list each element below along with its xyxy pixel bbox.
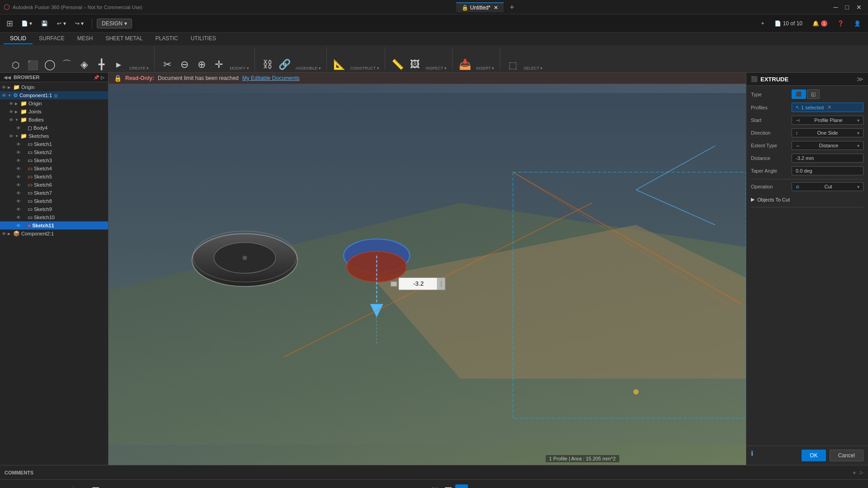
- tool-24-button[interactable]: ◓: [387, 484, 400, 488]
- tab-plastic[interactable]: PLASTIC: [149, 33, 184, 44]
- close-button[interactable]: ✕: [854, 4, 864, 11]
- tool-17-button[interactable]: ⬟: [292, 484, 305, 488]
- tool-13-button[interactable]: ▷: [238, 484, 251, 488]
- design-dropdown[interactable]: DESIGN ▾: [97, 19, 132, 28]
- active-tab[interactable]: 🔒 Untitled* ✕: [456, 2, 503, 12]
- construct-button[interactable]: 📐: [331, 59, 348, 70]
- file-button[interactable]: 📄 ▾: [18, 19, 36, 28]
- tool-16-button[interactable]: ◈: [279, 484, 292, 488]
- insert-button[interactable]: 📥: [457, 59, 473, 70]
- operation-dropdown[interactable]: ⊖ Cut ▾: [792, 182, 863, 191]
- comments-add-button[interactable]: +: [853, 469, 856, 476]
- tool-3-button[interactable]: ◧: [103, 484, 115, 488]
- visibility-icon[interactable]: 👁: [9, 117, 14, 122]
- tree-arrow[interactable]: ▶: [15, 110, 19, 114]
- tool-active-button[interactable]: ⊡: [455, 484, 468, 488]
- browser-back-icon[interactable]: ◀◀: [4, 75, 11, 80]
- tool-6-button[interactable]: ⬢: [143, 484, 156, 488]
- visibility-icon[interactable]: 👁: [16, 166, 21, 171]
- tool-26-button[interactable]: ⊟: [415, 484, 427, 488]
- nav-next-button[interactable]: ▶|: [44, 484, 57, 488]
- new-tab-button[interactable]: +: [507, 3, 517, 11]
- visibility-icon[interactable]: 👁: [16, 215, 21, 220]
- help-button[interactable]: ❓: [834, 19, 848, 28]
- tree-arrow[interactable]: ▶: [8, 232, 12, 236]
- tree-arrow[interactable]: ▶: [8, 85, 12, 89]
- editable-docs-link[interactable]: My Editable Documents: [242, 75, 300, 81]
- nav-first-button[interactable]: ⏮: [4, 484, 16, 488]
- tree-item-joints[interactable]: 👁 ▶ 📁 Joints: [0, 108, 108, 116]
- nav-play-button[interactable]: ▶: [31, 484, 43, 488]
- tree-item-sketch2[interactable]: 👁 ▭ Sketch2: [0, 148, 108, 156]
- modify-button-2[interactable]: ⊖: [176, 59, 193, 70]
- tree-item-origin-child[interactable]: 👁 ▶ 📁 Origin: [0, 99, 108, 108]
- tree-item-sketch10[interactable]: 👁 ▭ Sketch10: [0, 213, 108, 221]
- select-button[interactable]: ⬚: [505, 60, 521, 70]
- tree-item-sketch1[interactable]: 👁 ▭ Sketch1: [0, 140, 108, 148]
- tab-sheet-metal[interactable]: SHEET METAL: [99, 33, 149, 44]
- tree-item-sketch9[interactable]: 👁 ▭ Sketch9: [0, 205, 108, 213]
- move-button[interactable]: ✛: [211, 59, 227, 70]
- nav-last-button[interactable]: ⏭: [58, 484, 71, 488]
- redo-button[interactable]: ↪ ▾: [71, 19, 87, 28]
- tree-item-sketch5[interactable]: 👁 ▭ Sketch5: [0, 173, 108, 181]
- tool-1-button[interactable]: ⬚: [75, 484, 88, 488]
- comments-expand-icon[interactable]: ▷: [860, 470, 863, 475]
- tool-2-button[interactable]: ⬜: [89, 484, 102, 488]
- notifications-button[interactable]: 🔔 1: [809, 19, 831, 28]
- sweep-button[interactable]: ⌒: [59, 59, 75, 70]
- browser-expand-icon[interactable]: ▷: [101, 75, 104, 80]
- tool-27-button[interactable]: ⬛: [428, 484, 441, 488]
- taper-angle-input[interactable]: [792, 166, 863, 175]
- revolve-button[interactable]: ◯: [42, 59, 58, 70]
- extent-type-dropdown[interactable]: ↔ Distance ▾: [792, 141, 863, 150]
- tool-4-button[interactable]: ◫: [116, 484, 129, 488]
- tool-29-button[interactable]: ◧: [469, 484, 481, 488]
- direction-dropdown[interactable]: ↕ One Side ▾: [792, 128, 863, 137]
- tree-item-sketches[interactable]: 👁 ▼ 📁 Sketches: [0, 132, 108, 140]
- tab-solid[interactable]: SOLID: [4, 33, 33, 44]
- tool-10-button[interactable]: ⊟: [198, 484, 210, 488]
- target-icon[interactable]: ◎: [54, 93, 58, 98]
- extrude-expand-button[interactable]: ≫: [857, 75, 863, 83]
- maximize-button[interactable]: □: [843, 4, 852, 11]
- cancel-button[interactable]: Cancel: [830, 450, 863, 461]
- tree-item-bodies[interactable]: 👁 ▼ 📁 Bodies: [0, 116, 108, 124]
- ok-button[interactable]: OK: [802, 450, 826, 461]
- settings-button[interactable]: ⚙: [852, 484, 864, 488]
- modify-button[interactable]: ✂: [159, 59, 175, 70]
- visibility-icon[interactable]: 👁: [2, 85, 6, 90]
- tool-11-button[interactable]: △: [211, 484, 224, 488]
- profiles-clear-button[interactable]: ✕: [827, 104, 831, 110]
- tool-21-button[interactable]: ◐: [347, 484, 359, 488]
- tree-item-origin-root[interactable]: 👁 ▶ 📁 Origin: [0, 83, 108, 91]
- visibility-icon[interactable]: 👁: [16, 150, 21, 155]
- assemble-button-2[interactable]: 🔗: [277, 59, 293, 70]
- tree-arrow[interactable]: ▶: [15, 102, 19, 106]
- tree-item-body4[interactable]: 👁 ◻ Body4: [0, 124, 108, 132]
- new-doc-button[interactable]: +: [758, 19, 768, 28]
- tab-surface[interactable]: SURFACE: [33, 33, 71, 44]
- distance-input[interactable]: [792, 154, 863, 163]
- tree-item-sketch7[interactable]: 👁 ▭ Sketch7: [0, 189, 108, 197]
- visibility-icon[interactable]: 👁: [16, 142, 21, 147]
- visibility-icon[interactable]: 👁: [9, 134, 14, 139]
- visibility-icon[interactable]: 👁: [2, 93, 6, 98]
- objects-to-cut-toggle[interactable]: ▶ Objects To Cut: [751, 195, 863, 204]
- visibility-icon[interactable]: 👁: [16, 158, 21, 163]
- tree-item-sketch8[interactable]: 👁 ▭ Sketch8: [0, 197, 108, 205]
- nav-prev-button[interactable]: ◀: [17, 484, 30, 488]
- visibility-icon[interactable]: 👁: [16, 191, 21, 196]
- visibility-icon[interactable]: 👁: [16, 126, 21, 131]
- undo-button[interactable]: ↩ ▾: [53, 19, 69, 28]
- tool-5-button[interactable]: ⬡: [130, 484, 142, 488]
- assemble-button[interactable]: ⛓: [259, 59, 276, 70]
- visibility-icon[interactable]: 👁: [16, 183, 21, 188]
- tree-arrow[interactable]: ▼: [15, 118, 19, 122]
- save-button[interactable]: 💾: [38, 19, 52, 28]
- visibility-icon[interactable]: 👁: [9, 101, 14, 106]
- grid-menu-button[interactable]: ⊞: [4, 18, 16, 29]
- rib-button[interactable]: ╋: [93, 59, 109, 70]
- tool-12-button[interactable]: ◁: [225, 484, 237, 488]
- tool-19-button[interactable]: ⊕: [320, 484, 332, 488]
